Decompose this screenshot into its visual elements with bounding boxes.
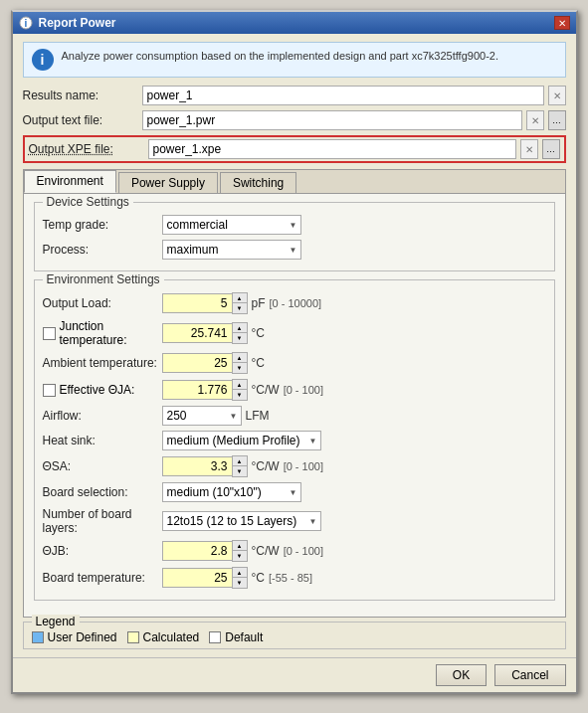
- process-select[interactable]: maximum typical minimum: [162, 240, 301, 260]
- output-load-spinbox: ▲ ▼ pF [0 - 10000]: [162, 292, 322, 314]
- junction-temp-label-wrap: Junction temperature:: [43, 319, 162, 347]
- effective-sja-input[interactable]: [162, 380, 232, 400]
- output-text-input-wrap: ✕ …: [142, 110, 566, 130]
- ambient-temp-spinbox: ▲ ▼ °C: [162, 352, 265, 374]
- heat-sink-select-wrap: none low medium (Medium Profile) high: [162, 431, 321, 450]
- results-name-row: Results name: ✕: [23, 86, 566, 105]
- output-load-label: Output Load:: [43, 296, 162, 310]
- effective-sja-spinbox: ▲ ▼ °C/W [0 - 100]: [162, 379, 323, 401]
- sjb-spin-btns: ▲ ▼: [232, 540, 248, 562]
- board-selection-select[interactable]: small medium (10"x10") large: [162, 482, 301, 502]
- board-temp-spinbox: ▲ ▼ °C [-55 - 85]: [162, 567, 313, 589]
- junction-temp-up-btn[interactable]: ▲: [233, 323, 247, 333]
- num-board-layers-select[interactable]: 2 8 12to15 (12 to 15 Layers): [162, 511, 321, 531]
- board-temp-up-btn[interactable]: ▲: [233, 568, 247, 578]
- sjb-row: ΘJB: ▲ ▼ °C/W [0 - 100]: [43, 540, 546, 562]
- ambient-temp-down-btn[interactable]: ▼: [233, 363, 247, 373]
- output-load-unit: pF: [252, 296, 266, 310]
- airflow-select[interactable]: 0 100 250 500: [162, 406, 242, 426]
- ssa-range: [0 - 100]: [284, 460, 323, 472]
- ambient-temp-input[interactable]: [162, 353, 232, 373]
- effective-sja-checkbox[interactable]: [43, 384, 56, 397]
- airflow-row: Airflow: 0 100 250 500 LFM: [43, 406, 546, 426]
- junction-temp-spinbox: ▲ ▼ °C: [162, 322, 265, 344]
- results-name-input[interactable]: [142, 86, 544, 105]
- process-label: Process:: [43, 243, 162, 257]
- results-name-label: Results name:: [23, 89, 142, 102]
- effective-sja-range: [0 - 100]: [284, 384, 323, 396]
- junction-temp-input[interactable]: [162, 323, 232, 343]
- svg-text:i: i: [24, 18, 27, 29]
- cancel-button[interactable]: Cancel: [494, 664, 565, 686]
- junction-temp-checkbox[interactable]: [43, 327, 56, 340]
- output-xpe-browse-btn[interactable]: …: [542, 139, 560, 159]
- board-selection-label: Board selection:: [43, 485, 162, 499]
- legend-default: Default: [209, 630, 263, 644]
- ambient-temp-up-btn[interactable]: ▲: [233, 353, 247, 363]
- board-temp-spin-btns: ▲ ▼: [232, 567, 248, 589]
- tab-container: Environment Power Supply Switching Devic…: [23, 169, 566, 618]
- legend-user-defined: User Defined: [32, 630, 117, 644]
- effective-sja-label-wrap: Effective ΘJA:: [43, 383, 162, 397]
- info-bar: i Analyze power consumption based on the…: [23, 42, 566, 78]
- output-load-row: Output Load: ▲ ▼ pF [0 - 10000]: [43, 292, 546, 314]
- temp-grade-select[interactable]: commercial industrial military: [162, 215, 301, 235]
- device-settings-content: Temp grade: commercial industrial milita…: [43, 215, 546, 260]
- output-text-input[interactable]: [142, 110, 522, 130]
- environment-settings-section: Environment Settings Output Load: ▲ ▼: [34, 279, 555, 601]
- ambient-temp-spin-btns: ▲ ▼: [232, 352, 248, 374]
- output-xpe-input[interactable]: [148, 139, 516, 159]
- close-button[interactable]: ✕: [554, 16, 570, 30]
- effective-sja-down-btn[interactable]: ▼: [233, 390, 247, 400]
- airflow-label: Airflow:: [43, 409, 162, 423]
- output-load-up-btn[interactable]: ▲: [233, 293, 247, 303]
- ssa-row: ΘSA: ▲ ▼ °C/W [0 - 100]: [43, 455, 546, 477]
- board-temp-input[interactable]: [162, 568, 232, 588]
- title-bar: i Report Power ✕: [13, 12, 576, 34]
- output-text-row: Output text file: ✕ …: [23, 110, 566, 130]
- temp-grade-row: Temp grade: commercial industrial milita…: [43, 215, 546, 235]
- junction-temp-down-btn[interactable]: ▼: [233, 333, 247, 343]
- effective-sja-unit: °C/W: [252, 383, 280, 397]
- ok-button[interactable]: OK: [436, 664, 487, 686]
- title-bar-left: i Report Power: [19, 16, 116, 30]
- output-xpe-clear-btn[interactable]: ✕: [520, 139, 538, 159]
- legend-default-icon: [209, 631, 221, 643]
- effective-sja-up-btn[interactable]: ▲: [233, 380, 247, 390]
- tab-power-supply[interactable]: Power Supply: [118, 172, 218, 193]
- sjb-spinbox: ▲ ▼ °C/W [0 - 100]: [162, 540, 323, 562]
- results-name-input-wrap: ✕: [142, 86, 566, 105]
- ssa-up-btn[interactable]: ▲: [233, 456, 247, 466]
- sjb-up-btn[interactable]: ▲: [233, 541, 247, 551]
- legend-calculated: Calculated: [127, 630, 200, 644]
- output-xpe-label: Output XPE file:: [29, 142, 148, 156]
- output-xpe-input-wrap: ✕ …: [148, 139, 560, 159]
- heat-sink-select[interactable]: none low medium (Medium Profile) high: [162, 431, 321, 450]
- window-title: Report Power: [39, 16, 116, 30]
- environment-settings-content: Output Load: ▲ ▼ pF [0 - 10000]: [43, 292, 546, 589]
- ssa-down-btn[interactable]: ▼: [233, 466, 247, 476]
- sjb-down-btn[interactable]: ▼: [233, 551, 247, 561]
- board-temp-down-btn[interactable]: ▼: [233, 578, 247, 588]
- results-name-clear-btn[interactable]: ✕: [548, 86, 566, 105]
- effective-sja-spin-btns: ▲ ▼: [232, 379, 248, 401]
- output-text-clear-btn[interactable]: ✕: [526, 110, 544, 130]
- sjb-unit: °C/W: [252, 544, 280, 558]
- ssa-input[interactable]: [162, 456, 232, 476]
- device-settings-title: Device Settings: [43, 195, 133, 209]
- process-row: Process: maximum typical minimum: [43, 240, 546, 260]
- legend-calculated-icon: [127, 631, 139, 643]
- tab-switching[interactable]: Switching: [220, 172, 296, 193]
- output-load-down-btn[interactable]: ▼: [233, 303, 247, 313]
- num-board-layers-label: Number of board layers:: [43, 507, 162, 535]
- output-load-input[interactable]: [162, 293, 232, 313]
- report-power-window: i Report Power ✕ i Analyze power consump…: [11, 10, 578, 694]
- output-text-browse-btn[interactable]: …: [548, 110, 566, 130]
- effective-sja-label: Effective ΘJA:: [60, 383, 135, 397]
- tab-environment[interactable]: Environment: [24, 170, 116, 193]
- output-load-range: [0 - 10000]: [270, 297, 322, 309]
- sjb-input[interactable]: [162, 541, 232, 561]
- junction-temp-unit: °C: [252, 326, 265, 340]
- junction-temp-spin-btns: ▲ ▼: [232, 322, 248, 344]
- ambient-temp-row: Ambient temperature: ▲ ▼ °C: [43, 352, 546, 374]
